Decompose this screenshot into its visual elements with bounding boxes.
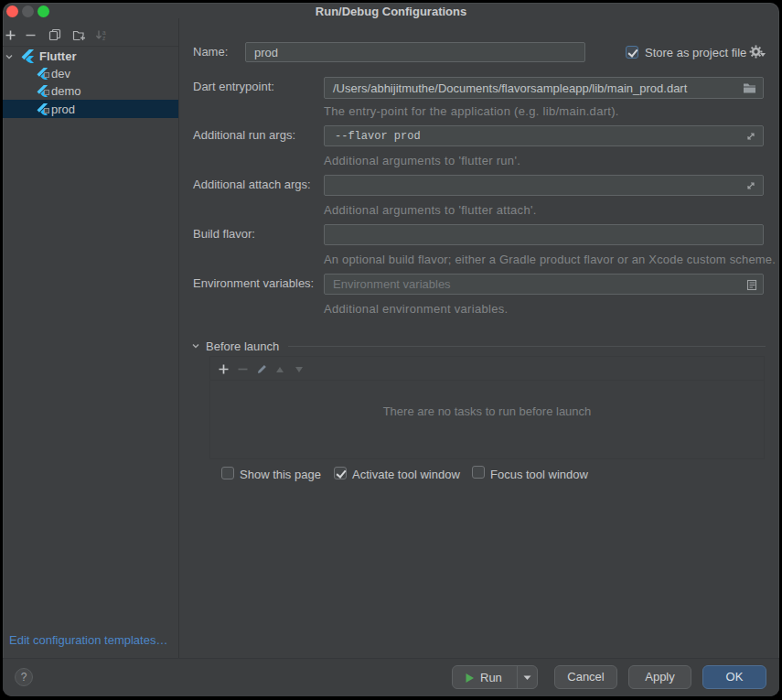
dart-entrypoint-help: The entry-point for the application (e.g… [324, 104, 619, 119]
edit-templates-link[interactable]: Edit configuration templates… [9, 633, 167, 647]
before-launch-rule [288, 346, 766, 347]
add-configuration-button[interactable] [5, 29, 16, 41]
dart-entrypoint-label: Dart entrypoint: [193, 79, 274, 95]
show-this-page-checkbox[interactable] [221, 467, 234, 479]
attach-args-label: Additional attach args: [193, 177, 311, 193]
help-button[interactable]: ? [15, 668, 33, 686]
tree-item-dev[interactable]: dev [3, 65, 178, 82]
attach-args-help: Additional arguments to 'flutter attach'… [324, 203, 537, 218]
store-as-project-label: Store as project file [645, 46, 746, 59]
run-split-divider [517, 666, 518, 688]
dart-entrypoint-value: /Users/abhijitmuthe/Documents/flavorsamp… [333, 78, 687, 99]
folder-icon[interactable] [743, 82, 756, 94]
cancel-button[interactable]: Cancel [554, 665, 617, 689]
activate-tool-window-checkbox[interactable] [334, 467, 347, 479]
run-play-icon [465, 673, 475, 684]
env-vars-label: Environment variables: [193, 275, 314, 292]
run-args-value: --flavor prod [335, 126, 421, 146]
env-vars-editor-icon[interactable] [746, 279, 757, 291]
add-task-button[interactable] [218, 363, 230, 375]
move-up-button[interactable] [275, 366, 284, 373]
gear-icon[interactable] [749, 45, 763, 59]
activate-tool-window-label: Activate tool window [352, 468, 460, 481]
env-vars-input[interactable]: Environment variables [324, 274, 764, 295]
run-args-label: Additional run args: [193, 127, 295, 144]
name-input[interactable]: prod [245, 42, 585, 62]
dialog-title: Run/Debug Configurations [3, 5, 779, 18]
name-value: prod [254, 43, 278, 62]
run-debug-configurations-dialog: Run/Debug Configurations az Flutter dev [3, 3, 779, 696]
remove-task-button[interactable] [237, 363, 249, 375]
build-flavor-input[interactable] [324, 224, 764, 245]
expand-icon[interactable] [745, 131, 756, 142]
expand-icon[interactable] [745, 180, 756, 191]
run-args-help: Additional arguments to 'flutter run'. [324, 154, 520, 168]
flutter-config-icon [37, 68, 48, 80]
before-launch-title: Before launch [206, 339, 279, 355]
ok-button[interactable]: OK [702, 665, 766, 689]
build-flavor-help: An optional build flavor; either a Gradl… [324, 253, 776, 267]
edit-task-button[interactable] [256, 363, 268, 375]
tree-item-prod[interactable]: prod [3, 100, 178, 118]
build-flavor-label: Build flavor: [193, 226, 255, 242]
attach-args-input[interactable] [324, 175, 764, 196]
focus-tool-window-checkbox[interactable] [472, 466, 485, 479]
tree-item-prod-label: prod [51, 101, 75, 118]
sidebar-divider [178, 18, 179, 658]
flutter-config-icon [37, 85, 48, 97]
flutter-config-icon [37, 103, 48, 115]
sort-configurations-button[interactable]: az [95, 28, 108, 41]
store-as-project-checkbox[interactable] [626, 46, 638, 59]
run-button[interactable]: Run [452, 665, 538, 689]
focus-tool-window-label: Focus tool window [490, 468, 588, 481]
chevron-down-icon[interactable] [5, 52, 14, 61]
run-dropdown-icon[interactable] [523, 675, 531, 681]
new-folder-button[interactable] [72, 29, 86, 41]
flutter-icon [21, 49, 35, 63]
svg-text:z: z [102, 35, 105, 41]
name-label: Name: [193, 44, 228, 60]
env-vars-placeholder: Environment variables [333, 275, 451, 295]
run-args-input[interactable]: --flavor prod [324, 125, 764, 146]
show-this-page-label: Show this page [240, 468, 321, 481]
move-down-button[interactable] [295, 366, 304, 373]
tree-item-demo-label: demo [51, 82, 81, 100]
dart-entrypoint-input[interactable]: /Users/abhijitmuthe/Documents/flavorsamp… [324, 77, 764, 99]
tree-item-flutter-label: Flutter [39, 48, 76, 65]
copy-configuration-button[interactable] [48, 28, 61, 41]
before-launch-panel: There are no tasks to run before launch [209, 356, 765, 459]
before-launch-chevron-icon[interactable] [191, 341, 200, 350]
env-vars-help: Additional environment variables. [324, 302, 508, 317]
run-button-label: Run [480, 671, 502, 684]
tree-item-flutter[interactable]: Flutter [3, 48, 178, 65]
before-launch-empty-text: There are no tasks to run before launch [210, 404, 764, 418]
remove-configuration-button[interactable] [25, 29, 37, 41]
tree-item-dev-label: dev [51, 65, 70, 82]
apply-button[interactable]: Apply [628, 665, 691, 689]
tree-item-demo[interactable]: demo [3, 82, 178, 100]
